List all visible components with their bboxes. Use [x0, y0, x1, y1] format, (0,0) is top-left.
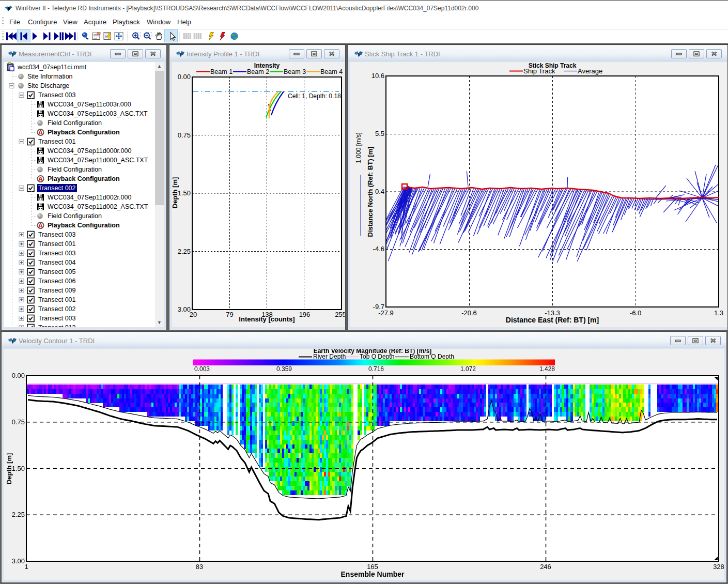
svg-text:-4.6: -4.6	[373, 245, 384, 253]
svg-text:0.75: 0.75	[178, 131, 191, 139]
svg-text:0.716: 0.716	[368, 365, 384, 373]
svg-text:Beam 1: Beam 1	[210, 68, 233, 75]
svg-text:0.359: 0.359	[276, 365, 292, 373]
svg-text:A: A	[38, 175, 43, 183]
svg-text:2.25: 2.25	[12, 511, 25, 518]
svg-text:Cell: 1, Depth: 0.18: Cell: 1, Depth: 0.18	[288, 93, 341, 100]
svg-text:0.75: 0.75	[12, 418, 25, 426]
svg-text:165: 165	[367, 563, 378, 571]
svg-text:Beam 3: Beam 3	[284, 68, 306, 75]
svg-text:Distance East (Ref: BT) [m]: Distance East (Ref: BT) [m]	[506, 316, 599, 324]
svg-text:Bottom Q Depth: Bottom Q Depth	[410, 353, 454, 360]
svg-text:1.072: 1.072	[460, 365, 476, 373]
svg-text:-6.0: -6.0	[630, 309, 641, 317]
svg-text:79: 79	[226, 311, 233, 318]
svg-text:328: 328	[713, 563, 724, 571]
svg-text:255: 255	[335, 311, 345, 318]
svg-text:1.50: 1.50	[12, 465, 25, 472]
svg-text:20: 20	[190, 311, 197, 318]
svg-text:83: 83	[196, 563, 203, 571]
svg-text:0.003: 0.003	[194, 365, 210, 373]
svg-text:River Depth: River Depth	[313, 353, 346, 360]
svg-text:Depth [m]: Depth [m]	[172, 177, 179, 209]
svg-text:1.428: 1.428	[539, 365, 555, 373]
svg-text:1.50: 1.50	[178, 189, 191, 197]
svg-text:10.6: 10.6	[371, 72, 384, 80]
svg-text:0.00: 0.00	[178, 73, 191, 81]
svg-text:Average: Average	[578, 67, 602, 75]
svg-text:1.000 [m/s]: 1.000 [m/s]	[355, 132, 362, 163]
svg-text:A: A	[38, 129, 43, 136]
svg-text:1: 1	[24, 563, 28, 571]
svg-text:Ship Track: Ship Track	[523, 67, 555, 75]
svg-text:196: 196	[299, 311, 311, 318]
svg-text:Depth [m]: Depth [m]	[5, 453, 13, 485]
svg-text:Beam 2: Beam 2	[247, 68, 269, 75]
svg-text:1.3: 1.3	[714, 309, 723, 317]
svg-text:2.25: 2.25	[178, 248, 191, 255]
svg-text:Ensemble Number: Ensemble Number	[341, 570, 405, 578]
svg-text:0.4: 0.4	[375, 188, 384, 195]
svg-text:Distance North (Ref: BT) [m]: Distance North (Ref: BT) [m]	[366, 147, 374, 237]
svg-text:A: A	[38, 222, 43, 229]
svg-text:3.00: 3.00	[12, 557, 25, 565]
svg-text:5.5: 5.5	[375, 130, 384, 137]
svg-text:Intensity [counts]: Intensity [counts]	[239, 315, 295, 323]
svg-text:-27.9: -27.9	[378, 309, 394, 317]
svg-text:0.00: 0.00	[12, 372, 25, 379]
svg-text:-20.6: -20.6	[461, 309, 477, 317]
svg-text:Top Q Depth: Top Q Depth	[360, 353, 394, 360]
svg-text:3.00: 3.00	[178, 305, 191, 313]
svg-text:246: 246	[540, 563, 551, 571]
svg-text:Beam 4: Beam 4	[320, 68, 343, 75]
